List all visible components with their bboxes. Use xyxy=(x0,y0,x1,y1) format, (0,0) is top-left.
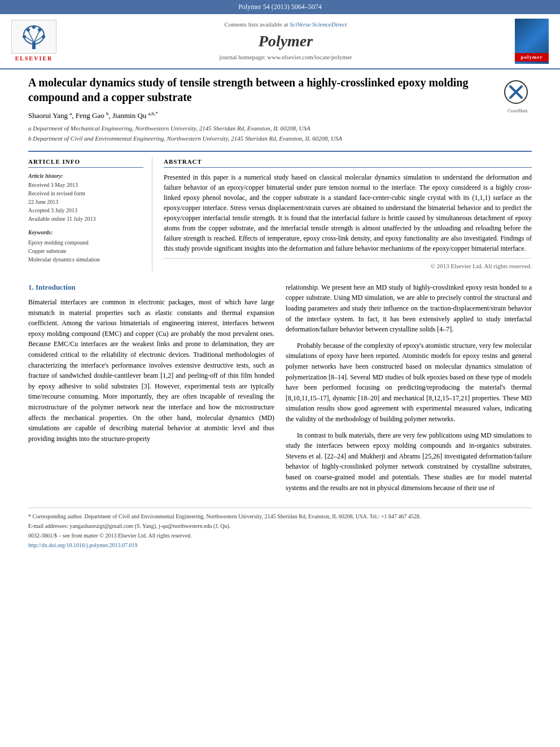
journal-name: Polymer xyxy=(62,30,509,52)
journal-header-center: Contents lists available at SciVerse Sci… xyxy=(62,20,509,62)
authors-line: Shaorui Yang a, Feng Gao b, Jianmin Qu a… xyxy=(28,110,498,121)
history-label: Article history: xyxy=(28,172,143,180)
abstract-text: Presented in this paper is a numerical s… xyxy=(164,172,532,254)
author-shaorui: Shaorui Yang xyxy=(28,111,68,120)
crossmark-label: CrossMark xyxy=(504,108,532,114)
svg-point-6 xyxy=(27,28,30,32)
sciverse-link[interactable]: SciVerse ScienceDirect xyxy=(290,21,347,28)
author-shaorui-sup: a xyxy=(69,111,72,116)
author-feng: Feng Gao xyxy=(76,111,104,120)
article-title-container: A molecular dynamics study of tensile st… xyxy=(28,75,498,144)
doi-link[interactable]: http://dx.doi.org/10.1016/j.polymer.2013… xyxy=(28,542,137,548)
article-info-column: Article Info Article history: Received 3… xyxy=(28,158,152,271)
polymer-cover-label: polymer xyxy=(515,53,549,62)
keyword-1: Epoxy molding compound xyxy=(28,239,143,247)
footnote-email: E-mail addresses: yangashaoruigt@gmail.c… xyxy=(28,522,532,530)
footnote-section: * Corresponding author. Department of Ci… xyxy=(28,508,532,549)
journal-cover-image: polymer xyxy=(515,19,549,64)
journal-header: ELSEVIER Contents lists available at Sci… xyxy=(0,14,560,69)
svg-point-9 xyxy=(42,35,45,38)
available-online: Available online 11 July 2013 xyxy=(28,215,143,223)
intro-para-4: In contrast to bulk materials, there are… xyxy=(286,430,532,493)
accepted-date: Accepted 3 July 2013 xyxy=(28,207,143,215)
affiliation-a: a Department of Mechanical Engineering, … xyxy=(28,124,498,133)
revised-date: 22 June 2013 xyxy=(28,198,143,206)
intro-left-col: 1. Introduction Bimaterial interfaces ar… xyxy=(28,282,274,499)
keyword-2: Copper substrate xyxy=(28,247,143,255)
top-bar: Polymer 54 (2013) 5064–5074 xyxy=(0,0,560,14)
elsevier-tree-icon xyxy=(11,20,56,54)
svg-rect-0 xyxy=(32,42,36,49)
received-revised-label: Received in revised form xyxy=(28,190,143,198)
copyright-line: © 2013 Elsevier Ltd. All rights reserved… xyxy=(164,258,532,270)
intro-heading: 1. Introduction xyxy=(28,282,274,292)
sciverse-line: Contents lists available at SciVerse Sci… xyxy=(62,20,509,29)
citation-top: Polymer 54 (2013) 5064–5074 xyxy=(238,3,322,11)
footnote-doi[interactable]: http://dx.doi.org/10.1016/j.polymer.2013… xyxy=(28,541,532,549)
main-content: A molecular dynamics study of tensile st… xyxy=(0,69,560,562)
svg-point-10 xyxy=(32,25,36,29)
elsevier-logo: ELSEVIER xyxy=(11,20,56,63)
author-jianmin-sup: a,b,* xyxy=(148,111,159,116)
keywords-title: Keywords: xyxy=(28,229,143,237)
affiliation-b: b Department of Civil and Environmental … xyxy=(28,134,498,143)
intro-para-3: Probably because of the complexity of ep… xyxy=(286,340,532,425)
crossmark-icon xyxy=(504,80,529,105)
introduction-section: 1. Introduction Bimaterial interfaces ar… xyxy=(28,282,532,499)
footnote-issn: 0032-3861/$ – see front matter © 2013 El… xyxy=(28,532,532,540)
svg-point-7 xyxy=(38,28,41,32)
keyword-3: Molecular dynamics simulation xyxy=(28,256,143,264)
article-title: A molecular dynamics study of tensile st… xyxy=(28,75,498,104)
author-jianmin: Jianmin Qu xyxy=(112,111,146,120)
title-section: A molecular dynamics study of tensile st… xyxy=(28,75,532,144)
article-info-title: Article Info xyxy=(28,158,143,168)
crossmark-area: CrossMark xyxy=(504,80,532,114)
abstract-column: Abstract Presented in this paper is a nu… xyxy=(164,158,532,271)
article-body: Article Info Article history: Received 3… xyxy=(28,151,532,271)
intro-para-2: relationship. We present here an MD stud… xyxy=(286,282,532,335)
received-date: Received 3 May 2013 xyxy=(28,181,143,189)
footnote-corresponding: * Corresponding author. Department of Ci… xyxy=(28,513,532,521)
abstract-title: Abstract xyxy=(164,158,532,168)
homepage-line: journal homepage: www.elsevier.com/locat… xyxy=(62,53,509,62)
svg-point-8 xyxy=(23,35,26,38)
elsevier-wordmark: ELSEVIER xyxy=(15,55,53,63)
intro-right-col: relationship. We present here an MD stud… xyxy=(286,282,532,499)
author-feng-sup: b xyxy=(106,111,109,116)
intro-para-1: Bimaterial interfaces are common in elec… xyxy=(28,297,274,444)
